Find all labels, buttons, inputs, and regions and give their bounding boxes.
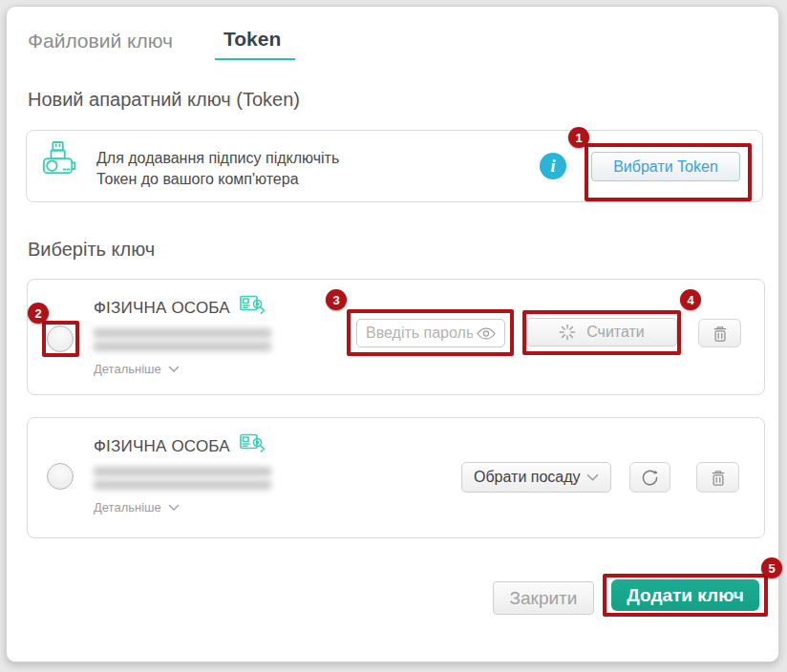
annotation-badge-5: 5: [761, 557, 782, 578]
active-tab-underline: [215, 58, 295, 60]
key-2-delete-button[interactable]: [696, 462, 739, 493]
select-token-button[interactable]: Вибрати Token: [591, 152, 740, 181]
key-2-refresh-button[interactable]: [629, 462, 670, 493]
tab-file-key[interactable]: Файловий ключ: [28, 30, 173, 52]
key-1-delete-button[interactable]: [698, 319, 741, 347]
key-1-password-field[interactable]: [356, 319, 505, 347]
key-2-owner-name-blurred: [94, 467, 271, 476]
position-select-dropdown[interactable]: Обрати посаду: [461, 462, 611, 493]
id-key-icon: [240, 295, 266, 317]
position-select-label: Обрати посаду: [474, 469, 581, 486]
spinner-icon: [559, 324, 576, 341]
key-1-radio[interactable]: [47, 326, 74, 352]
refresh-icon: [640, 468, 660, 488]
info-icon[interactable]: i: [540, 153, 566, 179]
key-2-details-label: Детальніше: [94, 500, 161, 514]
select-token-label: Вибрати Token: [613, 158, 718, 176]
key-1-owner-name2-blurred: [94, 342, 271, 351]
trash-icon: [713, 325, 728, 343]
new-hardware-key-heading: Новий апаратний ключ (Token): [28, 89, 300, 111]
id-key-icon: [240, 433, 266, 455]
read-key-label: Считати: [586, 324, 645, 341]
tab-token[interactable]: Token: [223, 28, 281, 51]
chevron-down-icon: [168, 504, 180, 511]
add-key-button[interactable]: Додати ключ: [611, 579, 759, 611]
key-2-owner-type: ФІЗИЧНА ОСОБА: [94, 437, 230, 456]
key-1-password-input[interactable]: [366, 325, 473, 342]
read-key-button[interactable]: Считати: [526, 318, 677, 346]
eye-icon[interactable]: [477, 327, 496, 340]
trash-icon: [711, 469, 726, 487]
key-2-details-toggle[interactable]: Детальніше: [94, 500, 180, 514]
usb-token-icon: [41, 140, 77, 180]
token-instruction-line2: Токен до вашого комп'ютера: [96, 169, 339, 190]
chevron-down-icon: [586, 473, 599, 481]
add-key-dialog: Файловий ключ Token Новий апаратний ключ…: [6, 6, 779, 662]
choose-key-heading: Виберіть ключ: [28, 239, 155, 261]
key-2-radio[interactable]: [47, 463, 74, 490]
add-key-label: Додати ключ: [627, 585, 743, 606]
close-button[interactable]: Закрити: [493, 581, 594, 615]
token-instruction-text: Для додавання підпису підключіть Токен д…: [96, 148, 339, 190]
close-label: Закрити: [510, 588, 578, 609]
token-instruction-line1: Для додавання підпису підключіть: [96, 148, 339, 169]
key-1-details-label: Детальніше: [94, 362, 161, 376]
key-2-owner-name2-blurred: [94, 480, 271, 490]
key-1-owner-name-blurred: [94, 328, 271, 338]
key-1-details-toggle[interactable]: Детальніше: [94, 362, 180, 376]
chevron-down-icon: [168, 366, 180, 372]
key-1-owner-type: ФІЗИЧНА ОСОБА: [94, 299, 230, 318]
